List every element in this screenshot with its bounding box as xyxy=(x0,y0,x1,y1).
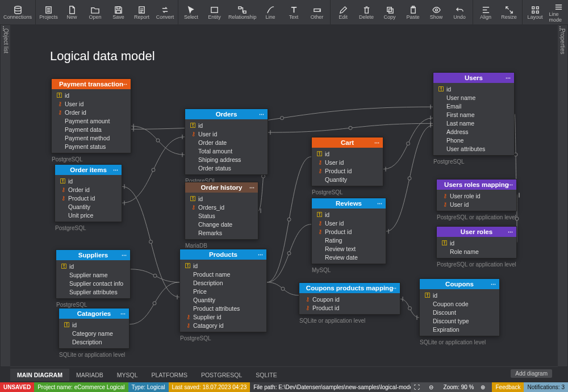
entity-header[interactable]: User roles⋯ xyxy=(437,227,516,237)
projects-button[interactable]: Projects xyxy=(37,0,60,24)
entity-field[interactable]: Coupon code xyxy=(420,299,499,308)
entity-field[interactable]: Category name xyxy=(59,329,129,337)
entity-header[interactable]: Catagories⋯ xyxy=(59,308,129,319)
entity-field[interactable]: ⚿id xyxy=(52,91,131,99)
entity-field[interactable]: ⚿id xyxy=(312,210,386,219)
add-diagram-button[interactable]: Add diagram xyxy=(511,369,552,378)
entity-field[interactable]: ⚿id xyxy=(59,320,129,329)
entity-field[interactable]: User attributes xyxy=(433,144,514,153)
entity-field[interactable]: Remarks xyxy=(185,228,258,237)
entity-field[interactable]: ⚷Product id xyxy=(299,303,400,312)
diagram-canvas[interactable]: Logical data model Payment transaction⋯⚿… xyxy=(10,24,558,367)
entity-field[interactable]: ⚿id xyxy=(55,177,122,185)
entity-field[interactable]: Discount type xyxy=(420,316,499,325)
entity-field[interactable]: Description xyxy=(59,337,129,346)
fit-icon[interactable]: ⛶ xyxy=(411,382,425,392)
entity-field[interactable]: ⚿id xyxy=(56,262,130,270)
entity-field[interactable]: Payment status xyxy=(52,142,131,151)
entity-field[interactable]: Email xyxy=(433,102,514,110)
save-button[interactable]: Save xyxy=(107,0,130,24)
tab-mysql[interactable]: MYSQL xyxy=(110,369,145,381)
report-button[interactable]: Report xyxy=(130,0,153,24)
entity-header[interactable]: Coupons⋯ xyxy=(420,279,499,289)
entity-field[interactable]: Total amount xyxy=(185,147,268,155)
entity-field[interactable]: ⚷User role id xyxy=(437,191,516,200)
entity-categories[interactable]: Catagories⋯⚿idCategory nameDescription xyxy=(59,308,130,349)
convert-button[interactable]: Convert xyxy=(153,0,177,24)
entity-reviews[interactable]: Reviews⋯⚿id⚷User id⚷Product idRatingRevi… xyxy=(311,198,386,264)
entity-orderitems[interactable]: Order items⋯⚿id⚷Order id⚷Product idQuant… xyxy=(55,164,122,222)
edit-button[interactable]: Edit xyxy=(332,0,355,24)
entity-menu-icon[interactable]: ⋯ xyxy=(113,168,119,173)
entity-suppliers[interactable]: Suppliers⋯⚿idSupplier nameSupplier conta… xyxy=(56,249,131,299)
layout-button[interactable]: Layout xyxy=(524,0,547,24)
entity-header[interactable]: Suppliers⋯ xyxy=(56,250,130,260)
entity-field[interactable]: ⚷User id xyxy=(312,158,383,166)
entity-userrolemap[interactable]: Users roles mapping⋯⚷User role id⚷User i… xyxy=(436,179,517,211)
entity-field[interactable]: ⚷Coupon id xyxy=(299,295,400,303)
entity-menu-icon[interactable]: ⋯ xyxy=(122,253,127,258)
entity-field[interactable]: Supplier attributes xyxy=(56,287,130,296)
zoom-in-button[interactable]: ⊕ xyxy=(477,382,492,392)
entity-field[interactable]: ⚷Orders_id xyxy=(185,203,258,211)
entity-field[interactable]: Unit price xyxy=(55,211,122,219)
paste-button[interactable]: Paste xyxy=(402,0,425,24)
delete-button[interactable]: Delete xyxy=(355,0,378,24)
entity-header[interactable]: Users roles mapping⋯ xyxy=(437,180,516,190)
entity-button[interactable]: Entity xyxy=(203,0,226,24)
entity-menu-icon[interactable]: ⋯ xyxy=(508,182,513,188)
entity-field[interactable]: Quantity xyxy=(55,202,122,211)
entity-field[interactable]: Quantity xyxy=(312,175,383,184)
entity-header[interactable]: Users⋯ xyxy=(433,73,514,83)
entity-header[interactable]: Reviews⋯ xyxy=(312,198,386,208)
entity-field[interactable]: Phone xyxy=(433,136,514,144)
entity-field[interactable]: ⚿id xyxy=(185,121,268,130)
entity-field[interactable]: Expiration xyxy=(420,325,499,333)
tab-platforms[interactable]: PLATFORMS xyxy=(145,369,194,381)
tab-postgresql[interactable]: POSTGRESQL xyxy=(194,369,249,381)
select-button[interactable]: Select xyxy=(179,0,203,24)
entity-products[interactable]: Products⋯⚿idProduct nameDescriptionPrice… xyxy=(179,249,267,332)
entity-field[interactable]: Payment method xyxy=(52,134,131,142)
align-button[interactable]: Align xyxy=(474,0,498,24)
new-button[interactable]: New xyxy=(60,0,83,24)
entity-coupons[interactable]: Coupons⋯⚿idCoupon codeDiscountDiscount t… xyxy=(419,278,500,336)
entity-field[interactable]: Order date xyxy=(185,138,268,147)
entity-field[interactable]: ⚷Supplier id xyxy=(180,312,266,321)
entity-field[interactable]: ⚿id xyxy=(437,239,516,247)
entity-field[interactable]: Shiping address xyxy=(185,155,268,164)
entity-menu-icon[interactable]: ⋯ xyxy=(122,82,128,87)
status-feedback[interactable]: Feedback xyxy=(492,382,524,392)
zoom-out-button[interactable]: ⊖ xyxy=(425,382,440,392)
entity-field[interactable]: ⚷User id xyxy=(185,130,268,138)
entity-field[interactable]: ⚿id xyxy=(420,291,499,299)
entity-field[interactable]: ⚷Catagory id xyxy=(180,321,266,330)
entity-field[interactable]: User name xyxy=(433,93,514,102)
undo-button[interactable]: Undo xyxy=(448,0,471,24)
entity-menu-icon[interactable]: ⋯ xyxy=(377,201,383,207)
status-zoom[interactable]: Zoom: 90 % xyxy=(440,382,478,392)
entity-field[interactable]: First name xyxy=(433,110,514,119)
entity-field[interactable]: Supplier contact info xyxy=(56,279,130,287)
entity-field[interactable]: Status xyxy=(185,211,258,220)
entity-header[interactable]: Order items⋯ xyxy=(55,165,122,175)
entity-field[interactable]: Change date xyxy=(185,220,258,228)
entity-menu-icon[interactable]: ⋯ xyxy=(391,286,397,291)
object-list-panel-collapsed[interactable]: Object list xyxy=(0,24,11,367)
entity-header[interactable]: Products⋯ xyxy=(180,249,266,260)
relationship-button[interactable]: Relationship xyxy=(226,0,259,24)
entity-menu-icon[interactable]: ⋯ xyxy=(249,185,255,191)
entity-field[interactable]: Product name xyxy=(180,270,266,278)
entity-orderhistory[interactable]: Order history⋯⚿id⚷Orders_idStatusChange … xyxy=(185,182,258,240)
entity-menu-icon[interactable]: ⋯ xyxy=(258,252,264,258)
entity-header[interactable]: Order history⋯ xyxy=(185,182,258,193)
other-button[interactable]: Other xyxy=(306,0,329,24)
entity-couponmap[interactable]: Coupons products mapping⋯⚷Coupon id⚷Prod… xyxy=(299,282,400,315)
entity-field[interactable]: Address xyxy=(433,127,514,136)
entity-field[interactable]: Review date xyxy=(312,253,386,261)
entity-field[interactable]: ⚷User id xyxy=(437,200,516,208)
entity-menu-icon[interactable]: ⋯ xyxy=(374,140,380,146)
entity-payment[interactable]: Payment transaction⋯⚿id⚷User id⚷Order id… xyxy=(51,78,131,153)
entity-field[interactable]: ⚷User id xyxy=(52,99,131,108)
entity-menu-icon[interactable]: ⋯ xyxy=(506,76,511,81)
